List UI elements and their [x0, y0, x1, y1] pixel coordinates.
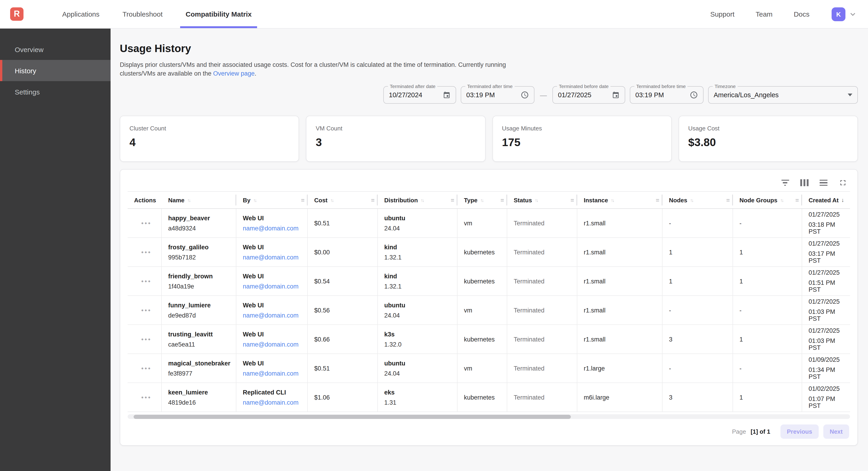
- type-cell: kubernetes: [458, 267, 507, 295]
- terminated-after-time-input[interactable]: Terminated after time 03:19 PM: [461, 86, 534, 104]
- clock-icon[interactable]: [690, 91, 698, 99]
- timezone-select[interactable]: Timezone America/Los_Angeles: [708, 86, 858, 104]
- terminated-before-date-value[interactable]: 01/27/2025: [558, 91, 591, 99]
- column-header-status[interactable]: Status↑↓=: [507, 192, 577, 208]
- column-resize-handle[interactable]: =: [501, 197, 504, 203]
- terminated-after-time-value[interactable]: 03:19 PM: [466, 91, 495, 99]
- sidebar-item-overview[interactable]: Overview: [0, 39, 111, 60]
- cost-cell: $1.06: [308, 383, 378, 412]
- column-header-name[interactable]: Name↑↓: [162, 192, 236, 208]
- column-header-distribution[interactable]: Distribution↑↓=: [378, 192, 458, 208]
- type-cell: vm: [458, 296, 507, 324]
- avatar[interactable]: K: [832, 7, 845, 21]
- row-actions-button[interactable]: ●●●: [141, 395, 152, 400]
- clock-icon[interactable]: [521, 91, 529, 99]
- column-header-created-at[interactable]: Created At↓: [802, 192, 851, 208]
- email-link[interactable]: name@domain.com: [243, 399, 305, 406]
- nodes-cell: -: [662, 296, 733, 324]
- replicated-logo[interactable]: R: [10, 7, 24, 21]
- sort-icon[interactable]: ↑↓: [480, 198, 483, 203]
- nodes-cell: 3: [662, 383, 733, 412]
- column-resize-handle[interactable]: =: [301, 197, 305, 203]
- email-link[interactable]: name@domain.com: [243, 283, 305, 290]
- dropdown-arrow-icon[interactable]: [848, 93, 852, 96]
- node-groups-cell: 1: [733, 383, 802, 412]
- email-link[interactable]: name@domain.com: [243, 225, 305, 232]
- pagination: Page [1] of 1 Previous Next: [128, 424, 850, 439]
- sort-icon[interactable]: ↑↓: [421, 198, 424, 203]
- stat-label: Usage Cost: [688, 125, 848, 132]
- row-actions-button[interactable]: ●●●: [141, 366, 152, 371]
- name-cell: trusting_leavittcae5ea11: [162, 325, 236, 353]
- terminated-after-date-value[interactable]: 10/27/2024: [389, 91, 422, 99]
- row-actions-button[interactable]: ●●●: [141, 250, 152, 255]
- created-at-cell: 01/27/202501:03 PM PST: [802, 325, 851, 353]
- sort-icon[interactable]: ↑↓: [780, 198, 783, 203]
- calendar-icon[interactable]: [612, 91, 620, 99]
- status-cell: Terminated: [507, 383, 577, 412]
- column-resize-handle[interactable]: =: [451, 197, 454, 203]
- column-resize-handle[interactable]: =: [796, 197, 799, 203]
- column-header-instance[interactable]: Instance↑↓=: [577, 192, 662, 208]
- sort-desc-icon[interactable]: ↓: [841, 197, 844, 203]
- description-line1: Displays prior clusters/VMs and their as…: [120, 60, 858, 69]
- sort-icon[interactable]: ↑↓: [187, 198, 190, 203]
- stat-card-vm-count: VM Count 3: [306, 116, 486, 162]
- nav-link-support[interactable]: Support: [710, 10, 734, 18]
- column-resize-handle[interactable]: =: [656, 197, 659, 203]
- column-header-by[interactable]: By↑↓=: [236, 192, 308, 208]
- column-header-nodes[interactable]: Nodes↑↓=: [662, 192, 733, 208]
- email-link[interactable]: name@domain.com: [243, 370, 305, 377]
- terminated-before-date-input[interactable]: Terminated before date 01/27/2025: [552, 86, 625, 104]
- fullscreen-icon[interactable]: [838, 178, 847, 187]
- tab-troubleshoot[interactable]: Troubleshoot: [117, 0, 168, 28]
- column-resize-handle[interactable]: =: [726, 197, 730, 203]
- row-actions-button[interactable]: ●●●: [141, 308, 152, 313]
- column-resize-handle[interactable]: =: [570, 197, 574, 203]
- email-link[interactable]: name@domain.com: [243, 341, 305, 348]
- overview-page-link[interactable]: Overview page: [213, 70, 254, 77]
- by-cell: Web UIname@domain.com: [236, 354, 308, 383]
- timezone-value[interactable]: America/Los_Angeles: [714, 91, 779, 99]
- sort-icon[interactable]: ↑↓: [253, 198, 256, 203]
- sort-icon[interactable]: ↑↓: [611, 198, 614, 203]
- sidebar-item-history[interactable]: History: [0, 60, 111, 81]
- email-link[interactable]: name@domain.com: [243, 254, 305, 261]
- table-row: ●●● friendly_brown1f40a19e Web UIname@do…: [128, 267, 850, 296]
- column-header-type[interactable]: Type↑↓=: [458, 192, 507, 208]
- column-header-node-groups[interactable]: Node Groups↑↓=: [733, 192, 802, 208]
- terminated-before-time-value[interactable]: 03:19 PM: [636, 91, 664, 99]
- filter-icon[interactable]: [781, 178, 789, 187]
- stat-label: Cluster Count: [129, 125, 289, 132]
- horizontal-scrollbar-thumb[interactable]: [134, 415, 570, 419]
- terminated-before-time-input[interactable]: Terminated before time 03:19 PM: [630, 86, 704, 104]
- sort-icon[interactable]: ↑↓: [330, 198, 333, 203]
- previous-button[interactable]: Previous: [780, 424, 819, 439]
- email-link[interactable]: name@domain.com: [243, 312, 305, 319]
- sidebar-item-settings[interactable]: Settings: [0, 81, 111, 102]
- status-cell: Terminated: [507, 296, 577, 324]
- nav-link-team[interactable]: Team: [755, 10, 772, 18]
- nav-link-docs[interactable]: Docs: [794, 10, 809, 18]
- user-menu[interactable]: K: [832, 7, 857, 21]
- row-actions-button[interactable]: ●●●: [141, 221, 152, 225]
- next-button[interactable]: Next: [823, 424, 849, 439]
- row-actions-button[interactable]: ●●●: [141, 337, 152, 342]
- chevron-down-icon[interactable]: [849, 10, 857, 18]
- sort-icon[interactable]: ↑↓: [535, 198, 537, 203]
- terminated-after-date-input[interactable]: Terminated after date 10/27/2024: [383, 86, 456, 104]
- tab-compatibility-matrix[interactable]: Compatibility Matrix: [180, 0, 257, 28]
- tab-applications[interactable]: Applications: [57, 0, 105, 28]
- by-cell: Web UIname@domain.com: [236, 267, 308, 295]
- column-resize-handle[interactable]: =: [371, 197, 375, 203]
- row-actions-button[interactable]: ●●●: [141, 279, 152, 284]
- node-groups-cell: 1: [733, 325, 802, 353]
- column-header-cost[interactable]: Cost↑↓=: [308, 192, 378, 208]
- calendar-icon[interactable]: [443, 91, 451, 99]
- name-cell: magical_stonebrakerfe3f8977: [162, 354, 236, 383]
- terminated-after-time-label: Terminated after time: [465, 83, 515, 89]
- density-icon[interactable]: [819, 178, 828, 187]
- horizontal-scrollbar-track[interactable]: [128, 414, 850, 419]
- columns-icon[interactable]: [800, 178, 809, 187]
- sort-icon[interactable]: ↑↓: [690, 198, 693, 203]
